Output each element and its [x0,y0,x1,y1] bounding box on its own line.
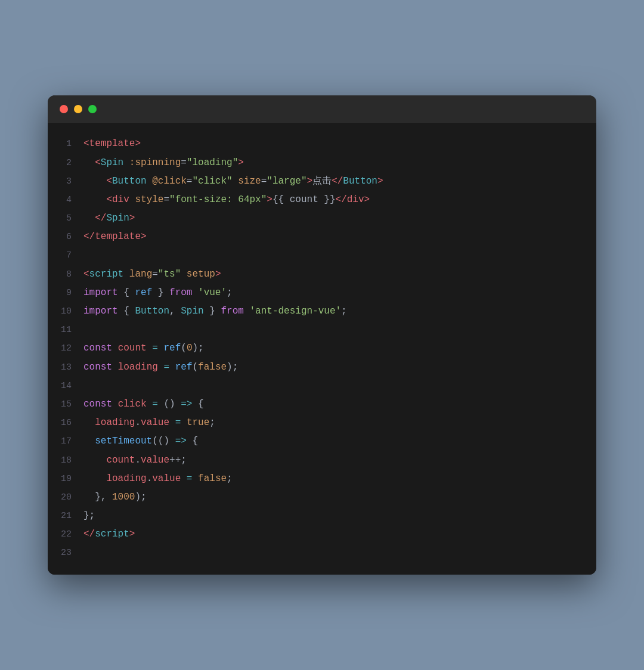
code-line-14: 14 [48,377,596,395]
code-line-17: 17 setTimeout(() => { [48,432,596,451]
code-line-2: 2 <Spin :spinning="loading"> [48,154,596,172]
code-line-7: 7 [48,246,596,265]
code-line-22: 22 </script> [48,525,596,544]
code-line-16: 16 loading.value = true; [48,414,596,432]
titlebar [48,95,596,123]
close-button[interactable] [60,105,68,113]
code-line-13: 13 const loading = ref(false); [48,358,596,377]
code-line-9: 9 import { ref } from 'vue'; [48,284,596,302]
code-line-3: 3 <Button @click="click" size="large">点击… [48,172,596,191]
minimize-button[interactable] [74,105,82,113]
code-line-15: 15 const click = () => { [48,395,596,414]
code-line-20: 20 }, 1000); [48,488,596,507]
code-line-6: 6 </template> [48,228,596,246]
code-line-8: 8 <script lang="ts" setup> [48,265,596,284]
code-line-18: 18 count.value++; [48,451,596,470]
code-editor-window: 1 <template> 2 <Spin :spinning="loading"… [48,95,596,574]
code-line-10: 10 import { Button, Spin } from 'ant-des… [48,302,596,321]
code-area: 1 <template> 2 <Spin :spinning="loading"… [48,123,596,574]
code-line-21: 21 }; [48,507,596,525]
code-line-5: 5 </Spin> [48,209,596,228]
code-line-12: 12 const count = ref(0); [48,339,596,358]
code-line-23: 23 [48,544,596,562]
code-line-4: 4 <div style="font-size: 64px">{{ count … [48,191,596,209]
code-line-1: 1 <template> [48,135,596,153]
code-line-11: 11 [48,321,596,339]
maximize-button[interactable] [88,105,97,113]
code-line-19: 19 loading.value = false; [48,470,596,488]
